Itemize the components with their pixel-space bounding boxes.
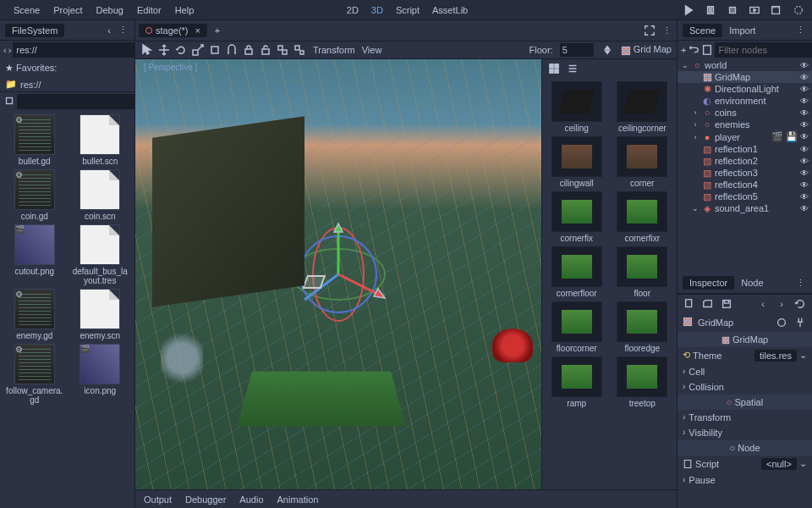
palette-item[interactable]: ramp <box>546 356 608 408</box>
menu-debug[interactable]: Debug <box>89 5 129 15</box>
node-tab[interactable]: Node <box>734 276 770 290</box>
add-node-icon[interactable]: + <box>681 43 686 57</box>
visibility-icon[interactable]: 👁 <box>800 108 809 118</box>
palette-item[interactable]: flooredge <box>612 301 674 353</box>
import-dock-tab[interactable]: Import <box>722 24 762 37</box>
visibility-icon[interactable]: 👁 <box>800 192 809 202</box>
visibility-icon[interactable]: 👁 <box>800 97 809 106</box>
palette-item[interactable]: ceiling <box>546 81 608 133</box>
scene-node-enemies[interactable]: ›○enemies👁 <box>678 119 812 130</box>
history-icon[interactable] <box>793 297 807 311</box>
visibility-icon[interactable]: 👁 <box>800 85 809 94</box>
audio-tab[interactable]: Audio <box>239 494 263 505</box>
ungroup-icon[interactable] <box>293 43 306 57</box>
history-prev-icon[interactable]: ‹ <box>756 297 770 311</box>
cell-section[interactable]: Cell <box>678 364 812 379</box>
close-tab-icon[interactable]: × <box>195 25 200 36</box>
file-item[interactable]: coin.gd <box>3 169 66 221</box>
visibility-section[interactable]: Visibility <box>678 425 812 440</box>
distraction-free-icon[interactable] <box>643 24 656 37</box>
root-folder[interactable]: 📁 res:// <box>0 77 134 91</box>
debugger-tab[interactable]: Debugger <box>185 494 226 505</box>
menu-editor[interactable]: Editor <box>130 5 168 15</box>
scene-node-player[interactable]: ›●player🎬💾👁 <box>678 130 812 143</box>
file-item[interactable]: default_bus_layout.tres <box>69 224 132 285</box>
palette-grid-view-icon[interactable] <box>547 62 561 75</box>
palette-item[interactable]: floor <box>612 246 674 298</box>
prev-dir-icon[interactable]: ‹ <box>102 24 116 37</box>
snap-icon[interactable] <box>225 43 239 57</box>
output-tab[interactable]: Output <box>144 494 172 505</box>
file-search-input[interactable] <box>17 94 140 109</box>
attach-script-icon[interactable] <box>701 43 713 57</box>
palette-list-view-icon[interactable] <box>566 62 579 75</box>
expand-icon[interactable]: ⌄ <box>681 61 689 69</box>
scene-node-environment[interactable]: ◐environment👁 <box>678 95 812 107</box>
floor-input[interactable] <box>560 43 594 57</box>
scene-dock-tab[interactable]: Scene <box>683 24 722 37</box>
scene-node-reflection3[interactable]: ▧reflection3👁 <box>678 167 812 179</box>
select-tool-icon[interactable] <box>140 43 154 57</box>
render-icon[interactable] <box>792 3 805 17</box>
scene-node-reflection2[interactable]: ▧reflection2👁 <box>678 155 812 167</box>
palette-item[interactable]: cornerfixr <box>612 191 674 243</box>
unlock-icon[interactable] <box>259 43 272 57</box>
scene-node-DirectionalLight[interactable]: ✺DirectionalLight👁 <box>678 83 812 95</box>
pause-icon[interactable] <box>704 3 717 17</box>
forward-icon[interactable]: › <box>8 43 12 57</box>
menu-project[interactable]: Project <box>47 5 89 15</box>
expand-icon[interactable]: › <box>691 133 700 141</box>
scene-node-reflection1[interactable]: ▧reflection1👁 <box>678 143 812 155</box>
gridmap-menu[interactable]: Grid Map <box>621 44 672 55</box>
scene-node-reflection5[interactable]: ▧reflection5👁 <box>678 190 812 202</box>
stop-icon[interactable] <box>726 3 739 17</box>
scene-node-GridMap[interactable]: GridMap👁 <box>678 71 812 83</box>
palette-item[interactable]: treetop <box>612 356 674 408</box>
visibility-icon[interactable]: 👁 <box>800 145 809 154</box>
filesystem-tab[interactable]: FileSystem <box>5 24 64 37</box>
script-property[interactable]: Script <null> ⌄ <box>678 456 812 472</box>
filter-nodes-input[interactable] <box>715 42 812 58</box>
resource-save-icon[interactable] <box>720 297 733 311</box>
local-space-icon[interactable] <box>208 43 222 57</box>
visibility-icon[interactable]: 👁 <box>800 61 809 70</box>
palette-item[interactable]: corner <box>612 136 674 188</box>
inspector-tab[interactable]: Inspector <box>683 276 734 290</box>
visibility-icon[interactable]: 👁 <box>800 168 809 178</box>
palette-item[interactable]: ceilingcorner <box>612 81 674 133</box>
file-item[interactable]: enemy.gd <box>3 289 66 340</box>
filter-icon[interactable] <box>3 94 15 108</box>
visibility-icon[interactable]: 👁 <box>800 157 809 166</box>
visibility-icon[interactable]: 👁 <box>800 180 809 190</box>
transform-menu[interactable]: Transform <box>313 45 355 55</box>
lock-icon[interactable] <box>242 43 255 57</box>
transform-section[interactable]: Transform <box>678 410 812 425</box>
file-item[interactable]: enemy.scn <box>69 289 132 340</box>
workspace-2d-button[interactable]: 2D <box>344 5 359 15</box>
move-tool-icon[interactable] <box>157 43 171 57</box>
group-icon[interactable] <box>276 43 289 57</box>
visibility-icon[interactable]: 👁 <box>800 120 809 130</box>
expand-icon[interactable]: ⌄ <box>691 204 700 213</box>
dock-menu-icon[interactable]: ⋮ <box>116 24 129 37</box>
workspace-3d-button[interactable]: 3D <box>369 5 383 15</box>
instance-icon[interactable] <box>688 43 700 57</box>
visibility-icon[interactable]: 🎬💾👁 <box>771 131 809 142</box>
expand-icon[interactable]: › <box>691 108 700 117</box>
scene-node-sound_area1[interactable]: ⌄◈sound_area1👁 <box>678 202 812 214</box>
object-props-icon[interactable] <box>775 316 788 329</box>
file-item[interactable]: bullet.gd <box>3 114 66 166</box>
palette-item[interactable]: floorcorner <box>546 301 608 353</box>
palette-item[interactable]: cornerfloor <box>546 246 608 298</box>
workspace-assetlib-button[interactable]: AssetLib <box>430 5 468 15</box>
perspective-label[interactable]: [ Perspective ] <box>144 63 197 72</box>
rotate-tool-icon[interactable] <box>174 43 188 57</box>
play-scene-icon[interactable] <box>748 3 761 17</box>
pause-section[interactable]: Pause <box>678 472 812 488</box>
script-value[interactable]: <null> <box>761 458 797 470</box>
animation-tab[interactable]: Animation <box>277 494 319 505</box>
file-item[interactable]: cutout.png <box>3 224 66 285</box>
scene-node-reflection4[interactable]: ▧reflection4👁 <box>678 179 812 190</box>
scene-tab-stage[interactable]: stage(*) × <box>139 24 207 37</box>
scene-menu-icon[interactable]: ⋮ <box>660 24 673 37</box>
